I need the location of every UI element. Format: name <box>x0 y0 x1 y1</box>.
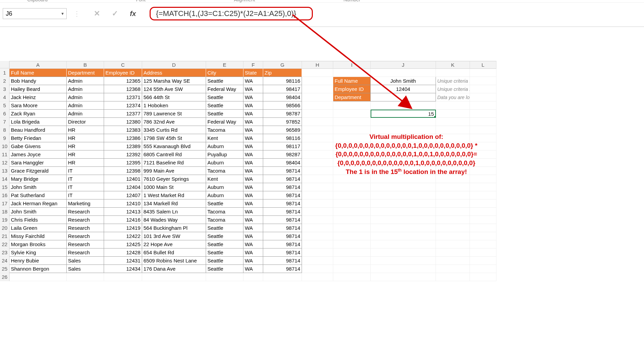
cell-city[interactable]: Seattle <box>206 199 243 208</box>
col-header[interactable]: C <box>104 61 142 69</box>
cell-name[interactable]: Sara Hanggler <box>10 159 67 167</box>
row-header[interactable]: 17 <box>0 199 10 208</box>
cell-addr[interactable]: 789 Lawrence St <box>142 110 206 118</box>
row-header[interactable]: 4 <box>0 93 10 101</box>
cell[interactable] <box>302 248 333 257</box>
cell[interactable] <box>470 101 496 110</box>
cell-city[interactable]: Seattle <box>206 101 243 110</box>
cell-zip[interactable]: 98714 <box>263 216 302 224</box>
cell-state[interactable]: WA <box>243 167 263 175</box>
cell-id[interactable]: 12377 <box>104 110 142 118</box>
cell-name[interactable]: John Smith <box>10 183 67 191</box>
cell-id[interactable]: 12398 <box>104 167 142 175</box>
cell[interactable] <box>470 175 496 183</box>
cell[interactable] <box>371 191 436 199</box>
cell-city[interactable]: Seattle <box>206 232 243 240</box>
cell[interactable] <box>302 69 333 77</box>
cell[interactable] <box>470 110 496 118</box>
cell-id[interactable]: 12368 <box>104 85 142 93</box>
cell-state[interactable]: WA <box>243 77 263 85</box>
lookup-label-empid[interactable]: Employee ID <box>333 85 371 93</box>
cell-id[interactable]: 12425 <box>104 240 142 248</box>
cell-dept[interactable]: HR <box>67 159 104 167</box>
cell[interactable] <box>333 175 371 183</box>
col-header[interactable]: H <box>302 61 333 69</box>
cell[interactable] <box>333 265 371 273</box>
cell-addr[interactable]: 6805 Cantrell Rd <box>142 150 206 159</box>
row-header[interactable]: 18 <box>0 208 10 216</box>
col-header[interactable]: I <box>333 61 371 69</box>
cell-zip[interactable]: 98404 <box>263 93 302 101</box>
cell[interactable] <box>10 273 67 281</box>
note[interactable]: Unique criteria 2 <box>436 85 470 93</box>
col-header[interactable]: D <box>142 61 206 69</box>
cell-id[interactable]: 12374 <box>104 101 142 110</box>
cell-zip[interactable]: 98714 <box>263 232 302 240</box>
cell-city[interactable]: Kent <box>206 134 243 142</box>
cell-addr[interactable]: 564 Buckingham Pl <box>142 224 206 232</box>
cell-city[interactable]: Auburn <box>206 142 243 150</box>
cell-name[interactable]: Grace Fitzgerald <box>10 167 67 175</box>
cell-id[interactable]: 12407 <box>104 191 142 199</box>
cell[interactable] <box>371 248 436 257</box>
cell-state[interactable]: WA <box>243 142 263 150</box>
cell[interactable] <box>333 232 371 240</box>
col-header[interactable]: E <box>206 61 243 69</box>
cell[interactable] <box>302 191 333 199</box>
cell-city[interactable]: Seattle <box>206 257 243 265</box>
cell[interactable] <box>371 257 436 265</box>
cell-state[interactable]: WA <box>243 118 263 126</box>
cell-addr[interactable]: 6509 Robins Nest Lane <box>142 257 206 265</box>
cell-id[interactable]: 12386 <box>104 134 142 142</box>
cell-name[interactable]: Pat Sutherland <box>10 191 67 199</box>
cell[interactable] <box>436 265 470 273</box>
row-header[interactable]: 23 <box>0 248 10 257</box>
cell-state[interactable]: WA <box>243 85 263 93</box>
header-employeeid[interactable]: Employee ID <box>104 69 142 77</box>
cell-id[interactable]: 12422 <box>104 232 142 240</box>
cell-dept[interactable]: Admin <box>67 93 104 101</box>
cell-addr[interactable]: 7610 Geyer Springs <box>142 175 206 183</box>
cell-name[interactable]: Jack Heinz <box>10 93 67 101</box>
cell-state[interactable]: WA <box>243 232 263 240</box>
row-header[interactable]: 14 <box>0 175 10 183</box>
cell-zip[interactable]: 98714 <box>263 167 302 175</box>
cell-addr[interactable]: 654 Bullet Rd <box>142 248 206 257</box>
cell-dept[interactable]: Admin <box>67 101 104 110</box>
cell[interactable] <box>302 216 333 224</box>
cell[interactable] <box>302 224 333 232</box>
cell[interactable] <box>371 208 436 216</box>
cell[interactable] <box>302 265 333 273</box>
cell[interactable] <box>436 183 470 191</box>
cell-zip[interactable]: 98714 <box>263 240 302 248</box>
cell[interactable] <box>436 216 470 224</box>
cell-dept[interactable]: IT <box>67 167 104 175</box>
cell[interactable] <box>470 199 496 208</box>
cell-dept[interactable]: Research <box>67 216 104 224</box>
cell-name[interactable]: Sylvie King <box>10 248 67 257</box>
cell-addr[interactable]: 176 Dana Ave <box>142 265 206 273</box>
cell-id[interactable]: 12428 <box>104 248 142 257</box>
row-header[interactable]: 15 <box>0 183 10 191</box>
enter-icon[interactable]: ✓ <box>112 9 118 18</box>
row-header[interactable]: 8 <box>0 126 10 134</box>
cell[interactable] <box>470 85 496 93</box>
cell[interactable] <box>371 175 436 183</box>
cell-state[interactable]: WA <box>243 240 263 248</box>
row-header[interactable]: 21 <box>0 232 10 240</box>
cell-city[interactable]: Auburn <box>206 191 243 199</box>
cell-addr[interactable]: 22 Hope Ave <box>142 240 206 248</box>
cell-zip[interactable]: 98714 <box>263 257 302 265</box>
cell-dept[interactable]: HR <box>67 150 104 159</box>
header-fullname[interactable]: Full Name <box>10 69 67 77</box>
cell-zip[interactable]: 98714 <box>263 265 302 273</box>
cell[interactable] <box>436 118 470 126</box>
cell[interactable] <box>302 93 333 101</box>
row-header[interactable]: 2 <box>0 77 10 85</box>
cell-state[interactable]: WA <box>243 110 263 118</box>
cell-addr[interactable]: 786 32nd Ave <box>142 118 206 126</box>
name-box[interactable]: J6 ▼ <box>3 8 67 19</box>
lookup-value-empid[interactable]: 12404 <box>371 85 436 93</box>
cell-state[interactable]: WA <box>243 216 263 224</box>
cell-zip[interactable]: 98714 <box>263 248 302 257</box>
